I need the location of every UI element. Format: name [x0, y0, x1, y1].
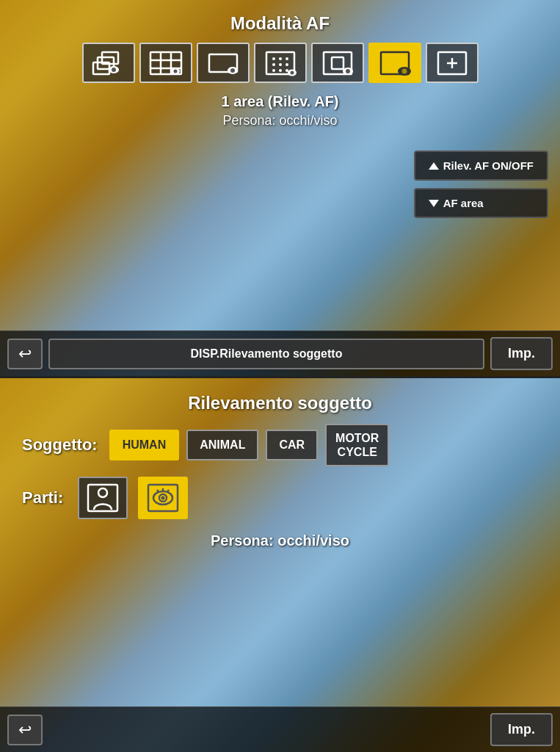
- svg-line-44: [157, 490, 159, 492]
- bottom-screen-title: Rilevamento soggetto: [0, 378, 560, 424]
- af-mode-tracking[interactable]: [311, 43, 364, 83]
- svg-point-11: [173, 69, 177, 73]
- af-mode-icons-row: [0, 43, 560, 90]
- motorcycle-line2: CYCLE: [338, 446, 377, 458]
- top-back-button[interactable]: ↩: [7, 339, 43, 369]
- af-mode-wide[interactable]: [197, 43, 250, 83]
- svg-point-18: [286, 57, 288, 60]
- subject-row: Soggetto: HUMAN ANIMAL CAR MOTOR CYCLE: [0, 424, 560, 477]
- af-mode-grid[interactable]: [139, 43, 192, 83]
- svg-point-4: [112, 68, 116, 72]
- subject-motorcycle-btn[interactable]: MOTOR CYCLE: [325, 424, 389, 466]
- af-mode-one-area-rilev[interactable]: [368, 43, 421, 83]
- back-icon-bottom: ↩: [18, 720, 32, 740]
- arrow-up-icon: [429, 162, 439, 170]
- svg-point-38: [98, 488, 107, 497]
- svg-point-30: [346, 69, 350, 73]
- af-mode-plus[interactable]: [426, 43, 479, 83]
- bottom-imp-button[interactable]: Imp.: [490, 713, 553, 746]
- top-bottom-bar: ↩ DISP.Rilevamento soggetto Imp.: [0, 330, 560, 376]
- top-imp-button[interactable]: Imp.: [490, 337, 553, 370]
- svg-point-42: [161, 496, 165, 500]
- top-middle-area: Rilev. AF ON/OFF AF area: [0, 136, 560, 330]
- disp-label: DISP.Rilevamento soggetto: [48, 339, 484, 369]
- soggetto-label: Soggetto:: [22, 435, 98, 455]
- svg-point-19: [272, 63, 275, 66]
- parts-row: Parti:: [0, 477, 560, 527]
- svg-point-20: [279, 63, 282, 66]
- af-mode-multi[interactable]: [82, 43, 135, 83]
- svg-point-22: [272, 69, 275, 72]
- svg-point-33: [401, 68, 407, 73]
- motorcycle-line1: MOTOR: [335, 432, 379, 444]
- arrow-down-icon: [429, 200, 439, 207]
- svg-rect-28: [332, 57, 343, 69]
- bottom-subtitle: Persona: occhi/viso: [0, 527, 560, 555]
- bottom-back-button[interactable]: ↩: [7, 715, 43, 745]
- right-buttons-group: Rilev. AF ON/OFF AF area: [414, 151, 548, 218]
- subject-car-btn[interactable]: CAR: [266, 430, 318, 460]
- rilev-btn-label: Rilev. AF ON/OFF: [443, 159, 534, 172]
- af-area-label: AF area: [443, 197, 484, 209]
- svg-point-16: [272, 57, 275, 60]
- af-area-btn[interactable]: AF area: [414, 188, 548, 218]
- parts-person-btn[interactable]: [78, 477, 128, 519]
- af-mode-zone[interactable]: [254, 43, 307, 83]
- parti-label: Parti:: [22, 488, 63, 507]
- svg-point-23: [279, 69, 282, 72]
- svg-line-45: [167, 490, 169, 492]
- parts-eye-btn[interactable]: [138, 477, 188, 519]
- top-subtitle1: 1 area (Rilev. AF): [0, 90, 560, 112]
- svg-point-21: [286, 63, 288, 66]
- rilev-af-toggle-btn[interactable]: Rilev. AF ON/OFF: [414, 151, 548, 181]
- svg-point-14: [230, 68, 235, 73]
- svg-point-17: [279, 57, 282, 60]
- top-screen-title: Modalità AF: [0, 0, 560, 43]
- svg-point-26: [290, 70, 294, 74]
- bottom-bottom-bar: ↩ Imp.: [0, 706, 560, 752]
- subject-animal-btn[interactable]: ANIMAL: [186, 430, 258, 460]
- back-icon: ↩: [18, 344, 32, 364]
- subject-human-btn[interactable]: HUMAN: [109, 430, 180, 460]
- top-subtitle2: Persona: occhi/viso: [0, 112, 560, 136]
